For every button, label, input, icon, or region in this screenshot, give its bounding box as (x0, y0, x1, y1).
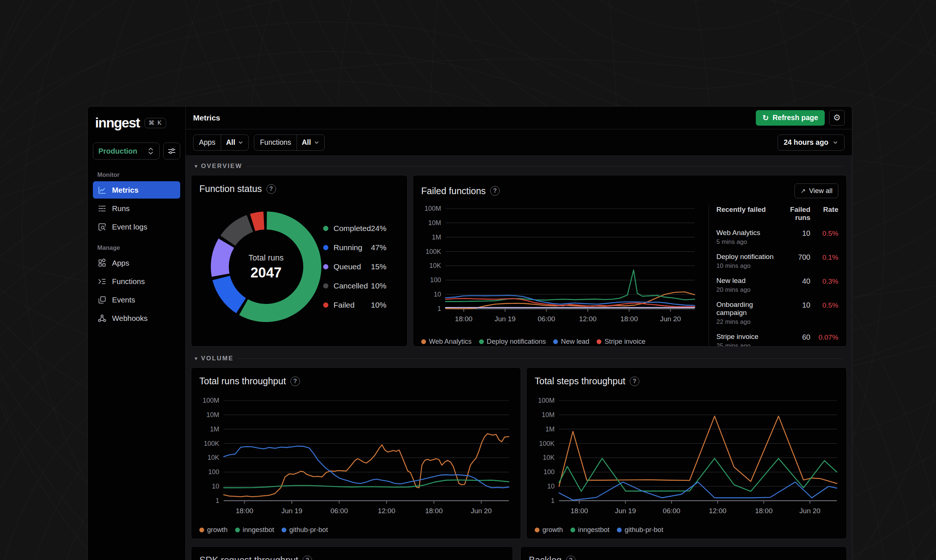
overview-section-header: ▾ OVERVIEW (195, 163, 843, 170)
legend-item-growth: growth (535, 526, 563, 534)
collapse-caret-icon[interactable]: ▾ (195, 355, 197, 362)
svg-text:18:00: 18:00 (425, 507, 443, 515)
svg-text:Jun 19: Jun 19 (615, 507, 636, 515)
view-all-button[interactable]: ↗ View all (794, 183, 838, 198)
apps-icon (97, 258, 107, 268)
legend-label: Web Analytics (429, 337, 472, 346)
status-label: Completed (334, 224, 371, 233)
total-runs-throughput-chart: 11010010K100K1M10M100M18:00Jun 1906:0012… (199, 396, 513, 518)
help-icon[interactable]: ? (266, 184, 276, 194)
section-divider (246, 166, 843, 166)
topbar: Metrics ↻ Refresh page ⚙ (186, 106, 852, 129)
function-name: Deploy notification (716, 253, 775, 261)
failed-functions-chart: 11010010K100K1M10M100M18:00Jun 1906:0012… (421, 204, 698, 326)
legend-dot (553, 339, 558, 344)
apps-filter[interactable]: Apps All (193, 134, 249, 151)
section-divider (237, 358, 843, 359)
legend-item-growth: growth (199, 526, 228, 534)
help-icon[interactable]: ? (630, 377, 639, 386)
legend-item-inngestbot: inngestbot (570, 526, 610, 534)
sidebar-item-functions[interactable]: Functions (93, 272, 180, 290)
legend-dot (323, 303, 328, 308)
svg-text:10M: 10M (428, 219, 441, 226)
help-icon[interactable]: ? (490, 186, 500, 195)
failed-rate: 0.07% (810, 333, 838, 347)
failed-functions-card: Failed functions ? ↗ View all 11010010K1… (413, 175, 847, 347)
help-icon[interactable]: ? (290, 377, 300, 386)
sidebar-item-metrics[interactable]: Metrics (93, 181, 180, 198)
svg-text:06:00: 06:00 (331, 507, 348, 515)
sidebar-item-event-logs[interactable]: Event logs (93, 218, 180, 235)
sidebar-item-events[interactable]: Events (93, 291, 180, 308)
help-icon[interactable]: ? (566, 555, 576, 560)
svg-text:100M: 100M (203, 397, 219, 404)
inngest-logo[interactable]: inngest (95, 115, 140, 131)
svg-text:10: 10 (212, 483, 219, 490)
svg-text:06:00: 06:00 (663, 507, 680, 515)
failed-function-row[interactable]: Onboarding campaign 22 mins ago 10 0.5% (716, 297, 838, 329)
legend-item-github-pr-bot: github-pr-bot (617, 526, 663, 534)
legend-dot (421, 339, 426, 344)
total-runs-throughput-card: Total runs throughput ? 11010010K100K1M1… (191, 367, 521, 539)
recently-failed-table: Recently failedFailed runsRate Web Analy… (709, 204, 838, 347)
sidebar-item-label: Runs (112, 204, 130, 213)
legend-item-web-analytics: Web Analytics (421, 337, 472, 346)
failed-function-row[interactable]: Stripe invoice 25 mins ago 60 0.07% (716, 329, 838, 347)
webhooks-icon (97, 314, 107, 323)
svg-text:Jun 19: Jun 19 (494, 315, 516, 323)
failed-runs-count: 10 (775, 229, 810, 246)
sidebar-item-label: Functions (112, 277, 145, 286)
status-legend-row-failed: Failed 10% (323, 295, 386, 315)
svg-text:100M: 100M (425, 205, 441, 212)
svg-text:18:00: 18:00 (236, 507, 254, 515)
svg-text:18:00: 18:00 (620, 315, 638, 323)
function-status-legend: Completed 24% Running 47% Queued 15% Can… (323, 219, 386, 315)
failed-function-row[interactable]: Web Analytics 5 mins ago 10 0.5% (716, 226, 838, 249)
total-steps-throughput-card: Total steps throughput ? 11010010K100K1M… (526, 367, 847, 539)
status-legend-row-cancelled: Cancelled 10% (323, 276, 386, 295)
svg-text:10K: 10K (208, 454, 219, 461)
sidebar-item-apps[interactable]: Apps (93, 254, 180, 272)
table-body: Web Analytics 5 mins ago 10 0.5% Deploy … (716, 226, 838, 347)
legend-item-github-pr-bot: github-pr-bot (282, 526, 328, 534)
failed-time: 5 mins ago (716, 238, 775, 246)
gear-icon: ⚙ (833, 113, 841, 123)
chevron-down-icon (833, 140, 838, 146)
legend-dot (199, 528, 204, 532)
collapse-caret-icon[interactable]: ▾ (195, 163, 197, 169)
sidebar-item-webhooks[interactable]: Webhooks (93, 309, 180, 327)
series-line-deploy-notifications (445, 270, 694, 302)
settings-button[interactable]: ⚙ (829, 110, 845, 126)
svg-text:1M: 1M (432, 234, 441, 241)
sdk-request-throughput-title: SDK request throughput (199, 555, 298, 560)
refresh-page-button[interactable]: ↻ Refresh page (756, 110, 825, 126)
legend-label: Stripe invoice (604, 337, 645, 346)
functions-filter[interactable]: Functions All (254, 134, 324, 151)
command-k-shortcut-badge[interactable]: ⌘ K (145, 118, 166, 128)
help-icon[interactable]: ? (303, 555, 312, 560)
sidebar: inngest ⌘ K Production MonitorMetricsRun… (88, 106, 186, 560)
total-runs-throughput-legend: growth inngestbot github-pr-bot (199, 526, 513, 534)
svg-text:1: 1 (437, 305, 441, 312)
failed-function-row[interactable]: New lead 20 mins ago 40 0.3% (716, 273, 838, 297)
legend-label: github-pr-bot (289, 526, 328, 534)
table-header-failed-runs: Failed runs (775, 206, 810, 222)
sidebar-item-runs[interactable]: Runs (93, 200, 180, 217)
events-icon (97, 295, 107, 305)
svg-text:06:00: 06:00 (538, 315, 555, 323)
failed-function-row[interactable]: Deploy notification 10 mins ago 700 0.1% (716, 249, 838, 273)
view-all-label: View all (809, 187, 833, 195)
environment-select[interactable]: Production (93, 143, 160, 160)
sidebar-nav: MonitorMetricsRunsEvent logsManageAppsFu… (93, 163, 180, 328)
function-status-title: Function status (199, 183, 262, 194)
legend-dot (282, 528, 286, 532)
time-range-select[interactable]: 24 hours ago (777, 134, 845, 151)
filters-row: Apps All Functions All 24 hours ago (186, 129, 852, 156)
total-runs-throughput-title: Total runs throughput (199, 376, 286, 386)
legend-dot (323, 283, 328, 288)
environment-settings-button[interactable] (163, 143, 180, 160)
legend-dot (479, 339, 484, 344)
failed-runs-count: 700 (775, 253, 810, 270)
sdk-request-throughput-card: SDK request throughput ? (191, 546, 513, 560)
table-header-recently-failed: Recently failed (716, 206, 775, 222)
